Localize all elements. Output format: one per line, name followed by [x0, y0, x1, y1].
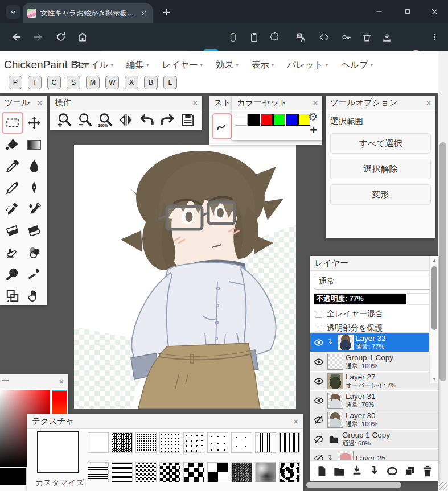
- texture-swatch-dots-sparsest[interactable]: [231, 432, 252, 453]
- texture-swatch-hlines-thick[interactable]: [112, 462, 133, 482]
- tool-pencil[interactable]: [2, 177, 23, 199]
- redo-button[interactable]: [158, 112, 177, 129]
- eye-icon[interactable]: [313, 395, 325, 406]
- shortcut-button-X[interactable]: X: [125, 76, 138, 89]
- code-button[interactable]: [317, 30, 331, 44]
- shortcut-button-B[interactable]: B: [144, 76, 158, 89]
- delete-button[interactable]: [360, 30, 373, 44]
- layer-row-4[interactable]: Layer 30通常: 100%: [310, 410, 438, 429]
- tool-blur[interactable]: [23, 155, 45, 177]
- eye-off-icon[interactable]: [313, 415, 325, 425]
- horizontal-scrollbar-thumb[interactable]: [306, 482, 401, 488]
- tool-option-button-1[interactable]: 選択解除: [330, 159, 431, 179]
- close-icon[interactable]: ×: [59, 377, 64, 386]
- texture-swatch-noise[interactable]: [231, 462, 252, 482]
- tab-search-button[interactable]: [6, 5, 20, 19]
- trash-button[interactable]: [421, 465, 434, 477]
- shortcut-button-S[interactable]: S: [67, 76, 80, 89]
- texture-swatch-vlines-thin[interactable]: [255, 432, 276, 453]
- zoom-out-button[interactable]: [75, 112, 94, 129]
- texture-swatch-spots[interactable]: [279, 462, 300, 482]
- scrollbar-thumb[interactable]: [431, 266, 437, 330]
- layer-list-scrollbar[interactable]: ▲ ▼: [429, 256, 438, 383]
- drawing-canvas[interactable]: [74, 145, 296, 409]
- tool-airbrush[interactable]: [2, 199, 23, 220]
- tool-hand[interactable]: [23, 285, 45, 307]
- close-icon[interactable]: ×: [313, 98, 318, 108]
- texture-swatch-checker-xl[interactable]: [207, 462, 228, 482]
- undo-button[interactable]: [137, 112, 156, 129]
- color-swatch-0[interactable]: [236, 114, 248, 126]
- layer-row-6[interactable]: Layer 25: [310, 449, 438, 460]
- tool-gradient[interactable]: [23, 134, 45, 155]
- tab-close-button[interactable]: [139, 9, 148, 18]
- current-color-swatch[interactable]: [0, 468, 26, 485]
- tool-option-button-0[interactable]: すべて選択: [330, 133, 431, 154]
- download-button[interactable]: [380, 30, 393, 44]
- duplicate-button[interactable]: [404, 465, 416, 477]
- color-swatch-4[interactable]: [286, 114, 298, 126]
- forward-button[interactable]: [32, 30, 46, 44]
- tool-marquee[interactable]: [2, 112, 23, 134]
- tool-eyedropper[interactable]: [2, 155, 23, 177]
- shortcut-button-M[interactable]: M: [86, 76, 100, 89]
- new-layer-button[interactable]: [315, 465, 328, 477]
- scroll-down-icon[interactable]: ▼: [430, 377, 439, 382]
- vertical-scrollbar-thumb[interactable]: [439, 142, 446, 381]
- mouse-button[interactable]: [226, 30, 240, 44]
- eye-off-icon[interactable]: [313, 453, 325, 460]
- menu-item-3[interactable]: 効果▾: [216, 59, 239, 71]
- new-group-button[interactable]: [333, 465, 346, 477]
- texture-swatch-dots-medium[interactable]: [159, 432, 180, 453]
- translate-button[interactable]: G: [294, 30, 307, 44]
- shortcut-button-P[interactable]: P: [9, 76, 22, 89]
- tool-pen[interactable]: [23, 177, 45, 199]
- extensions-button[interactable]: [268, 30, 281, 44]
- layer-row-2[interactable]: Layer 27オーバーレイ: 7%: [310, 372, 438, 390]
- texture-swatch-dots-dense[interactable]: [135, 432, 157, 453]
- zoom-in-button[interactable]: [55, 112, 73, 129]
- texture-swatch-checker-large[interactable]: [183, 462, 204, 482]
- key-button[interactable]: [339, 30, 353, 44]
- new-tab-button[interactable]: [159, 5, 173, 19]
- texture-swatch-hlines-thin[interactable]: [88, 462, 109, 482]
- browser-menu-button[interactable]: [428, 30, 442, 44]
- tool-eraser[interactable]: [2, 220, 23, 242]
- shortcut-button-T[interactable]: T: [28, 76, 42, 89]
- tool-burn[interactable]: [2, 263, 23, 285]
- flip-horizontal-button[interactable]: [117, 112, 135, 129]
- checkbox[interactable]: [315, 311, 322, 318]
- menu-item-2[interactable]: レイヤー▾: [162, 59, 203, 71]
- menu-item-4[interactable]: 表示▾: [252, 59, 274, 71]
- eye-icon[interactable]: [313, 337, 325, 348]
- texture-swatch-dots-sparse[interactable]: [183, 432, 204, 453]
- tool-blender[interactable]: [23, 242, 45, 263]
- texture-swatch-vlines-thick[interactable]: [279, 432, 300, 453]
- tool-move[interactable]: [23, 112, 45, 134]
- eye-icon[interactable]: [313, 357, 325, 367]
- layer-row-5[interactable]: Group 1 Copy通過: 68%: [310, 430, 438, 448]
- texture-swatch-dither-fine[interactable]: [112, 432, 133, 453]
- tool-dodge[interactable]: [23, 263, 45, 285]
- eye-icon[interactable]: [313, 376, 325, 386]
- shortcut-button-W[interactable]: W: [105, 76, 119, 89]
- tool-water-brush[interactable]: [23, 199, 45, 220]
- stroke-mode-button[interactable]: [212, 113, 232, 139]
- menu-item-5[interactable]: パレット▾: [287, 59, 328, 71]
- tool-soft-eraser[interactable]: [23, 220, 45, 242]
- clip-arrow-button[interactable]: [368, 465, 381, 477]
- close-icon[interactable]: ×: [38, 98, 42, 108]
- shortcut-button-L[interactable]: L: [163, 76, 177, 89]
- layer-row-3[interactable]: Layer 31通常: 76%: [310, 391, 438, 410]
- eye-off-icon[interactable]: [313, 434, 325, 444]
- browser-tab[interactable]: 女性キャラお絵かき掲示板 - Petit: [23, 3, 153, 23]
- scroll-up-icon[interactable]: ▲: [430, 258, 439, 263]
- menu-item-0[interactable]: ファイル▾: [72, 59, 113, 71]
- menu-item-1[interactable]: 編集▾: [126, 59, 149, 71]
- minimize-button[interactable]: [367, 0, 392, 23]
- texture-swatch-dots-sparser[interactable]: [207, 432, 228, 453]
- layer-row-1[interactable]: Group 1 Copy通常: 100%: [310, 352, 438, 371]
- texture-swatch-blank[interactable]: [88, 432, 109, 453]
- back-button[interactable]: [9, 30, 23, 44]
- maximize-button[interactable]: [395, 0, 420, 23]
